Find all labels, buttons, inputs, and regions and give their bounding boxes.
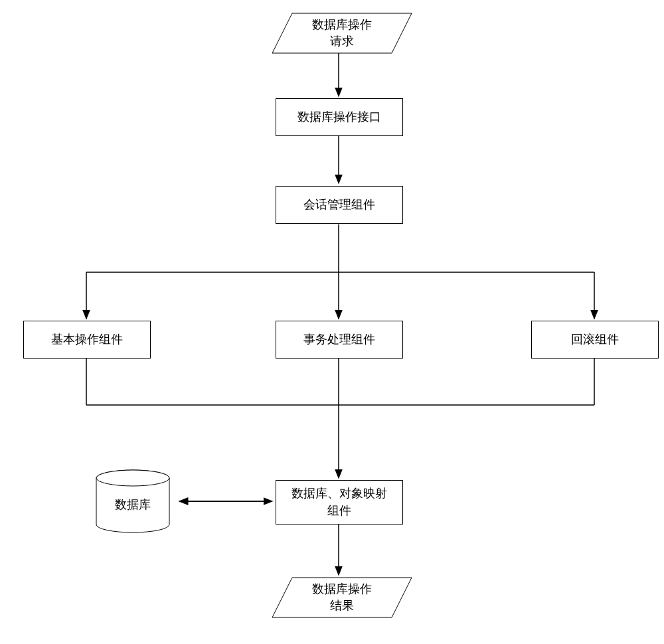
result-line2: 结果 [330,599,354,612]
result-node: 数据库操作 结果 [272,578,412,617]
interface-node: 数据库操作接口 [276,98,403,136]
mapping-line1: 数据库、对象映射 [291,487,387,500]
request-line1: 数据库操作 [312,18,372,31]
rollback-node: 回滚组件 [531,321,659,359]
database-label: 数据库 [115,497,151,513]
basic-node: 基本操作组件 [23,321,151,359]
database-node: 数据库 [96,485,169,524]
transaction-label: 事务处理组件 [303,331,375,348]
request-node: 数据库操作 请求 [272,13,412,53]
request-line2: 请求 [330,35,354,48]
interface-label: 数据库操作接口 [297,109,381,125]
basic-label: 基本操作组件 [51,331,123,348]
svg-point-2 [96,470,169,486]
session-node: 会话管理组件 [276,186,403,224]
rollback-label: 回滚组件 [571,331,619,348]
mapping-node: 数据库、对象映射 组件 [276,480,403,524]
mapping-line2: 组件 [327,504,351,517]
result-line1: 数据库操作 [312,582,372,596]
transaction-node: 事务处理组件 [276,321,403,359]
session-label: 会话管理组件 [303,197,375,213]
